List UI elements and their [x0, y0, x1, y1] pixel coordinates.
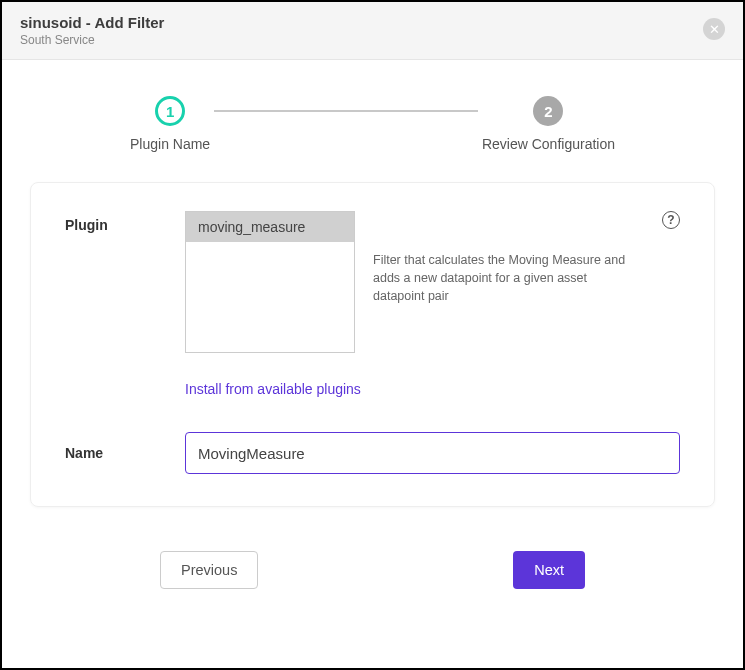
header-titles: sinusoid - Add Filter South Service	[20, 14, 164, 47]
plugin-field-label: Plugin	[65, 211, 185, 233]
dialog-body: 1 Plugin Name 2 Review Configuration Plu…	[2, 60, 743, 668]
step-2-number: 2	[533, 96, 563, 126]
name-input[interactable]	[185, 432, 680, 474]
close-icon: ✕	[709, 23, 720, 36]
step-review-configuration[interactable]: 2 Review Configuration	[482, 96, 615, 152]
step-1-label: Plugin Name	[130, 136, 210, 152]
plugin-description: Filter that calculates the Moving Measur…	[373, 251, 633, 305]
dialog-header: sinusoid - Add Filter South Service ✕	[2, 2, 743, 60]
previous-button[interactable]: Previous	[160, 551, 258, 589]
help-row: ?	[373, 211, 680, 229]
install-plugins-link[interactable]: Install from available plugins	[185, 381, 361, 397]
dialog-title: sinusoid - Add Filter	[20, 14, 164, 31]
dialog-subtitle: South Service	[20, 33, 164, 47]
dialog-footer: Previous Next	[160, 551, 585, 589]
name-row: Name	[65, 432, 680, 474]
close-button[interactable]: ✕	[703, 18, 725, 40]
help-icon[interactable]: ?	[662, 211, 680, 229]
step-2-label: Review Configuration	[482, 136, 615, 152]
plugin-row: Plugin moving_measure ? Filter that calc…	[65, 211, 680, 353]
stepper: 1 Plugin Name 2 Review Configuration	[130, 96, 615, 152]
plugin-description-column: ? Filter that calculates the Moving Meas…	[373, 211, 680, 305]
plugin-listbox[interactable]: moving_measure	[185, 211, 355, 353]
form-card: Plugin moving_measure ? Filter that calc…	[30, 182, 715, 507]
step-1-number: 1	[155, 96, 185, 126]
next-button[interactable]: Next	[513, 551, 585, 589]
step-connector	[214, 110, 478, 112]
name-field-label: Name	[65, 445, 185, 461]
help-icon-glyph: ?	[667, 213, 674, 227]
step-plugin-name[interactable]: 1 Plugin Name	[130, 96, 210, 152]
plugin-option-moving-measure[interactable]: moving_measure	[186, 212, 354, 242]
plugin-area: moving_measure ? Filter that calculates …	[185, 211, 680, 353]
dialog-window: sinusoid - Add Filter South Service ✕ 1 …	[0, 0, 745, 670]
